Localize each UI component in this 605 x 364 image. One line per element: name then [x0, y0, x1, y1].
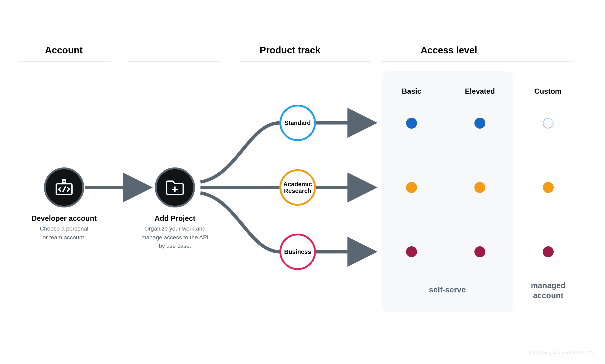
divider-project: [128, 61, 221, 62]
diagram-stage: Account Product track Access level: [0, 0, 605, 364]
column-header-access-level: Access level: [405, 45, 493, 56]
footer-managed-l1: managed: [531, 281, 566, 290]
dot-business-custom: [543, 246, 554, 257]
developer-account-sub2: or team account.: [43, 234, 86, 241]
dot-academic-elevated: [474, 182, 485, 193]
track-academic: AcademicResearch: [279, 169, 316, 206]
add-project-sub1: Organize your work and: [144, 225, 206, 232]
dot-academic-basic: [406, 182, 417, 193]
developer-account-sub1: Choose a personal: [40, 225, 88, 232]
dot-academic-custom: [543, 182, 554, 193]
add-project-sub2: manage access to the API: [142, 234, 209, 241]
dot-business-basic: [406, 246, 417, 257]
footer-managed-account: managed account: [521, 281, 576, 300]
access-header-basic: Basic: [387, 87, 436, 96]
dot-standard-basic: [406, 118, 417, 129]
divider-account: [18, 61, 111, 62]
track-business-label: Business: [284, 248, 311, 255]
developer-account-title: Developer account: [15, 214, 113, 223]
access-panel-self-serve: [382, 71, 513, 312]
developer-account-node: [44, 167, 84, 207]
svg-line-6: [63, 187, 65, 192]
column-header-account: Account: [20, 45, 108, 56]
track-standard: Standard: [279, 105, 316, 141]
footer-managed-l2: account: [533, 291, 563, 300]
access-header-elevated: Elevated: [456, 87, 504, 96]
dot-standard-elevated: [474, 118, 485, 129]
add-project-sub3: by use case.: [159, 243, 191, 249]
add-project-title: Add Project: [126, 214, 224, 223]
divider-product-track: [239, 61, 370, 62]
footer-self-serve: self-serve: [382, 285, 513, 295]
track-business: Business: [279, 234, 316, 270]
track-standard-label: Standard: [285, 120, 311, 126]
add-project-node: [155, 167, 195, 207]
dot-standard-custom-outline: [543, 118, 554, 129]
column-header-product-track: Product track: [246, 45, 334, 56]
code-lock-icon: [54, 178, 74, 197]
dot-business-elevated: [474, 246, 485, 257]
watermark-text: https://blog.csdn.net/li123_123_: [527, 350, 596, 355]
add-project-subtitle: Organize your work and manage access to …: [126, 224, 224, 251]
access-header-custom: Custom: [524, 87, 572, 96]
svg-point-8: [63, 181, 65, 183]
developer-account-subtitle: Choose a personal or team account.: [15, 224, 113, 242]
track-academic-label: AcademicResearch: [283, 181, 312, 194]
folder-plus-icon: [166, 179, 184, 196]
divider-access-level: [382, 61, 574, 62]
